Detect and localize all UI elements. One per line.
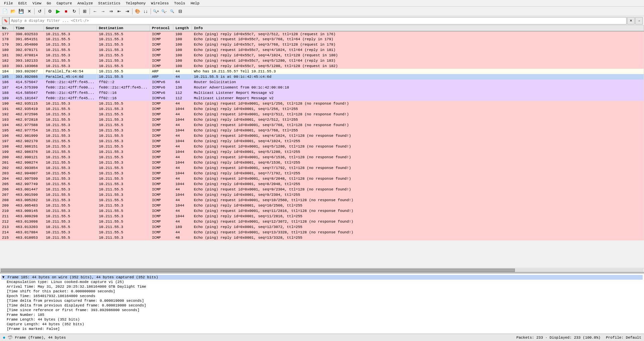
col-header-source[interactable]: Source bbox=[44, 25, 97, 31]
autoscroll-button[interactable]: ↓↓ bbox=[142, 8, 149, 15]
table-row[interactable]: 200 462.990121 10.211.55.3 10.211.55.5 I… bbox=[0, 155, 644, 160]
menu-analyze[interactable]: Analyze bbox=[75, 1, 96, 6]
zoom-in-button[interactable]: 🔍+ bbox=[152, 8, 160, 15]
col-header-destination[interactable]: Destination bbox=[97, 25, 150, 31]
table-row[interactable]: 191 462.935419 10.211.55.5 10.211.55.3 I… bbox=[0, 106, 644, 112]
menu-file[interactable]: File bbox=[1, 1, 15, 6]
table-row[interactable]: 188 414.585647 fe80::21c:42ff:fe45... ff… bbox=[0, 90, 644, 96]
detail-item[interactable]: Frame Number: 185 bbox=[7, 312, 643, 317]
filter-apply-button[interactable]: → bbox=[635, 17, 643, 24]
table-row[interactable]: 206 463.001447 10.211.55.3 10.211.55.5 I… bbox=[0, 187, 644, 192]
zoom-normal-button[interactable]: 🔍 bbox=[168, 8, 176, 15]
table-row[interactable]: 179 391.054800 10.211.55.3 10.211.55.5 I… bbox=[0, 42, 644, 47]
hscroll-track[interactable] bbox=[1, 269, 643, 272]
horizontal-scrollbar[interactable] bbox=[0, 268, 644, 272]
table-row[interactable]: 204 462.997599 10.211.55.3 10.211.55.5 I… bbox=[0, 176, 644, 181]
table-row[interactable]: 201 462.990274 10.211.55.5 10.211.55.3 I… bbox=[0, 160, 644, 165]
restart-capture-button[interactable]: ↻ bbox=[70, 8, 78, 15]
table-row[interactable]: 202 462.993854 10.211.55.3 10.211.55.5 I… bbox=[0, 165, 644, 171]
detail-item[interactable]: Epoch Time: 1654017932.186164000 seconds bbox=[7, 294, 643, 298]
table-row[interactable]: 183 393.103068 10.211.55.3 10.211.55.5 I… bbox=[0, 63, 644, 69]
start-capture-button[interactable]: ▶ bbox=[54, 8, 62, 15]
go-forward-button[interactable]: → bbox=[99, 8, 107, 15]
table-row[interactable]: 186 414.575047 fe80::21c:42ff:fe45... ff… bbox=[0, 79, 644, 85]
hscroll-thumb[interactable] bbox=[1, 269, 515, 272]
detail-item[interactable]: Arrival Time: May 31, 2022 20:25:32.1861… bbox=[7, 284, 643, 289]
table-row[interactable]: 190 462.935115 10.211.55.3 10.211.55.5 I… bbox=[0, 101, 644, 106]
table-row[interactable]: 210 463.009145 10.211.55.3 10.211.55.5 I… bbox=[0, 208, 644, 214]
col-header-no[interactable]: No. bbox=[0, 25, 13, 31]
go-to-first-button[interactable]: ⇤ bbox=[115, 8, 123, 15]
frame-section[interactable]: ▼ Frame 185: 44 bytes on wire (352 bits)… bbox=[1, 275, 643, 280]
detail-item[interactable]: [Frame is marked: False] bbox=[7, 327, 643, 331]
detail-item[interactable]: [Time shift for this packet: 0.000000000… bbox=[7, 289, 643, 294]
table-row[interactable]: 194 462.977588 10.211.55.3 10.211.55.5 I… bbox=[0, 122, 644, 128]
detail-item[interactable]: [Time delta from previous displayed fram… bbox=[7, 303, 643, 308]
table-row[interactable]: 205 462.997749 10.211.55.5 10.211.55.3 I… bbox=[0, 181, 644, 187]
go-to-last-button[interactable]: ⇥ bbox=[123, 8, 131, 15]
menu-capture[interactable]: Capture bbox=[54, 1, 74, 6]
filter-clear-button[interactable]: ✕ bbox=[627, 17, 635, 24]
detail-item[interactable]: Frame Length: 44 bytes (352 bits) bbox=[7, 317, 643, 322]
cell-dst: 10.211.55.5 bbox=[97, 101, 150, 106]
table-row[interactable]: 203 462.994007 10.211.55.5 10.211.55.3 I… bbox=[0, 171, 644, 176]
detail-item[interactable]: [Time since reference or first frame: 39… bbox=[7, 308, 643, 312]
table-row[interactable]: 196 462.981999 10.211.55.3 10.211.55.5 I… bbox=[0, 133, 644, 138]
table-row[interactable]: 182 393.102133 10.211.55.5 10.211.55.3 I… bbox=[0, 58, 644, 63]
menu-tools[interactable]: Tools bbox=[171, 1, 188, 6]
table-row[interactable]: 215 463.018053 10.211.55.5 10.211.55.3 I… bbox=[0, 235, 644, 240]
packet-list[interactable]: No. Time Source Destination Protocol Len… bbox=[0, 25, 644, 268]
go-to-packet-button[interactable]: ⇒ bbox=[107, 8, 115, 15]
table-row[interactable]: 198 462.986151 10.211.55.3 10.211.55.5 I… bbox=[0, 144, 644, 149]
table-row[interactable]: 211 463.009298 10.211.55.5 10.211.55.3 I… bbox=[0, 214, 644, 219]
reload-button[interactable]: ↺ bbox=[36, 8, 43, 15]
detail-panel[interactable]: ▼ Frame 185: 44 bytes on wire (352 bits)… bbox=[0, 273, 644, 334]
new-capture-button[interactable]: 📄 bbox=[1, 8, 9, 15]
table-row[interactable]: 199 462.986376 10.211.55.5 10.211.55.3 I… bbox=[0, 149, 644, 155]
table-row[interactable]: 214 463.017884 10.211.55.3 10.211.55.5 I… bbox=[0, 230, 644, 235]
menu-edit[interactable]: Edit bbox=[15, 1, 30, 6]
zoom-out-button[interactable]: 🔍- bbox=[160, 8, 168, 15]
table-row[interactable]: 184 393.892067 Parallel_fa:46:54 10.211.… bbox=[0, 69, 644, 74]
menu-view[interactable]: View bbox=[30, 1, 44, 6]
col-header-length[interactable]: Length bbox=[173, 25, 192, 31]
table-row[interactable]: 180 392.078171 10.211.55.5 10.211.55.3 I… bbox=[0, 47, 644, 53]
table-row[interactable]: 192 462.972596 10.211.55.3 10.211.55.5 I… bbox=[0, 112, 644, 117]
table-row[interactable]: 213 463.013203 10.211.55.5 10.211.55.3 I… bbox=[0, 224, 644, 230]
resize-columns-button[interactable]: ⊟ bbox=[176, 8, 184, 15]
go-back-button[interactable]: ← bbox=[91, 8, 99, 15]
col-header-info[interactable]: Info bbox=[192, 25, 644, 31]
table-row[interactable]: 177 390.032533 10.211.55.3 10.211.55.5 I… bbox=[0, 31, 644, 37]
close-file-button[interactable]: ✕ bbox=[25, 8, 33, 15]
table-row[interactable]: 193 462.972818 10.211.55.5 10.211.55.3 I… bbox=[0, 117, 644, 122]
table-row[interactable]: 189 415.181647 fe80::21c:42ff:fe45... ff… bbox=[0, 96, 644, 101]
filter-input[interactable] bbox=[9, 17, 627, 24]
col-header-protocol[interactable]: Protocol bbox=[150, 25, 173, 31]
table-row[interactable]: 209 463.005483 10.211.55.5 10.211.55.3 I… bbox=[0, 203, 644, 208]
col-header-time[interactable]: Time bbox=[13, 25, 44, 31]
menu-help[interactable]: Help bbox=[188, 1, 202, 6]
table-row[interactable]: 195 462.977754 10.211.55.5 10.211.55.3 I… bbox=[0, 128, 644, 133]
table-row[interactable]: 187 414.575399 fe80::21c:42ff:fe00... fe… bbox=[0, 85, 644, 90]
table-row[interactable]: 185 393.892086 Parallel_45:c4:6d 10.211.… bbox=[0, 74, 644, 79]
table-row[interactable]: 181 392.078814 10.211.55.3 10.211.55.5 I… bbox=[0, 53, 644, 58]
table-row[interactable]: 212 463.013098 10.211.55.3 10.211.55.5 I… bbox=[0, 219, 644, 224]
detail-item[interactable]: [Time delta from previous captured frame… bbox=[7, 298, 643, 303]
capture-filters-button[interactable]: ⊞ bbox=[81, 8, 88, 15]
menu-go[interactable]: Go bbox=[44, 1, 54, 6]
colorize-button[interactable]: 🎨 bbox=[134, 8, 141, 15]
table-row[interactable]: 207 463.001590 10.211.55.5 10.211.55.3 I… bbox=[0, 192, 644, 197]
filter-bookmark-button[interactable]: 🔖 bbox=[2, 17, 9, 24]
menu-statistics[interactable]: Statistics bbox=[96, 1, 123, 6]
detail-item[interactable]: Capture Length: 44 bytes (352 bits) bbox=[7, 322, 643, 327]
menu-wireless[interactable]: Wireless bbox=[148, 1, 171, 6]
table-row[interactable]: 178 391.054151 10.211.55.5 10.211.55.3 I… bbox=[0, 37, 644, 42]
table-row[interactable]: 208 463.005282 10.211.55.3 10.211.55.5 I… bbox=[0, 197, 644, 203]
detail-item[interactable]: Encapsulation type: Linux cooked-mode ca… bbox=[7, 280, 643, 284]
menu-telephony[interactable]: Telephony bbox=[123, 1, 148, 6]
stop-capture-button[interactable]: ■ bbox=[62, 8, 70, 15]
open-file-button[interactable]: 📂 bbox=[9, 8, 17, 15]
capture-options-button[interactable]: ⚙ bbox=[46, 8, 54, 15]
table-row[interactable]: 197 462.982170 10.211.55.5 10.211.55.3 I… bbox=[0, 138, 644, 144]
save-file-button[interactable]: 💾 bbox=[17, 8, 25, 15]
